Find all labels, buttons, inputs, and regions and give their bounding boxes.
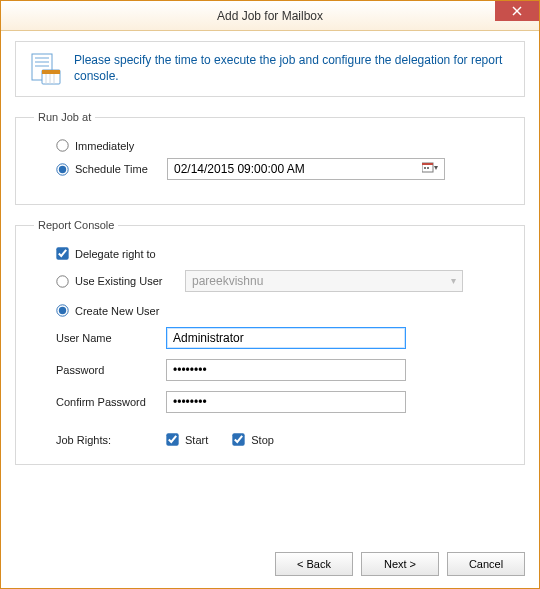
calendar-dropdown-button[interactable]: [416, 159, 444, 179]
button-bar: < Back Next > Cancel: [275, 552, 525, 576]
schedule-datetime[interactable]: [167, 158, 445, 180]
label-immediately: Immediately: [75, 140, 134, 152]
label-schedule-time: Schedule Time: [75, 163, 167, 175]
existing-user-value: pareekvishnu: [192, 274, 263, 288]
cancel-button[interactable]: Cancel: [447, 552, 525, 576]
chevron-down-icon: ▾: [451, 275, 456, 286]
svg-rect-14: [427, 167, 429, 169]
checkbox-right-stop[interactable]: [233, 433, 245, 445]
svg-rect-4: [35, 61, 49, 63]
password-input[interactable]: [166, 359, 406, 381]
dialog-window: Add Job for Mailbox Please specify the t…: [0, 0, 540, 589]
titlebar: Add Job for Mailbox: [1, 1, 539, 31]
next-button[interactable]: Next >: [361, 552, 439, 576]
user-name-input[interactable]: [166, 327, 406, 349]
svg-rect-3: [35, 57, 49, 59]
radio-create-new-user[interactable]: [56, 304, 68, 316]
svg-rect-7: [42, 70, 60, 74]
svg-rect-12: [422, 163, 433, 165]
label-job-rights: Job Rights:: [56, 434, 166, 446]
svg-rect-13: [424, 167, 426, 169]
intro-panel: Please specify the time to execute the j…: [15, 41, 525, 97]
label-delegate-right: Delegate right to: [75, 248, 156, 260]
close-icon: [512, 6, 522, 16]
label-create-new-user: Create New User: [75, 305, 159, 317]
existing-user-select: pareekvishnu ▾: [185, 270, 463, 292]
svg-rect-5: [35, 65, 49, 67]
run-job-fieldset: Run Job at Immediately Schedule Time: [15, 111, 525, 205]
page-icon: [28, 52, 62, 86]
intro-text: Please specify the time to execute the j…: [74, 52, 512, 84]
label-password: Password: [56, 364, 166, 376]
radio-schedule-time[interactable]: [56, 163, 68, 175]
radio-use-existing-user[interactable]: [56, 275, 68, 287]
checkbox-right-start[interactable]: [166, 433, 178, 445]
label-right-start: Start: [185, 434, 208, 446]
dialog-content: Please specify the time to execute the j…: [1, 31, 539, 479]
run-job-legend: Run Job at: [34, 111, 95, 123]
back-button[interactable]: < Back: [275, 552, 353, 576]
report-console-fieldset: Report Console Delegate right to Use Exi…: [15, 219, 525, 465]
label-use-existing-user: Use Existing User: [75, 275, 185, 287]
window-title: Add Job for Mailbox: [217, 9, 323, 23]
confirm-password-input[interactable]: [166, 391, 406, 413]
calendar-icon: [422, 162, 438, 176]
radio-immediately[interactable]: [56, 139, 68, 151]
svg-marker-15: [434, 166, 438, 170]
label-confirm-password: Confirm Password: [56, 396, 166, 408]
label-user-name: User Name: [56, 332, 166, 344]
label-right-stop: Stop: [251, 434, 274, 446]
close-button[interactable]: [495, 1, 539, 21]
schedule-datetime-input[interactable]: [168, 159, 416, 179]
checkbox-delegate-right[interactable]: [56, 247, 68, 259]
report-console-legend: Report Console: [34, 219, 118, 231]
